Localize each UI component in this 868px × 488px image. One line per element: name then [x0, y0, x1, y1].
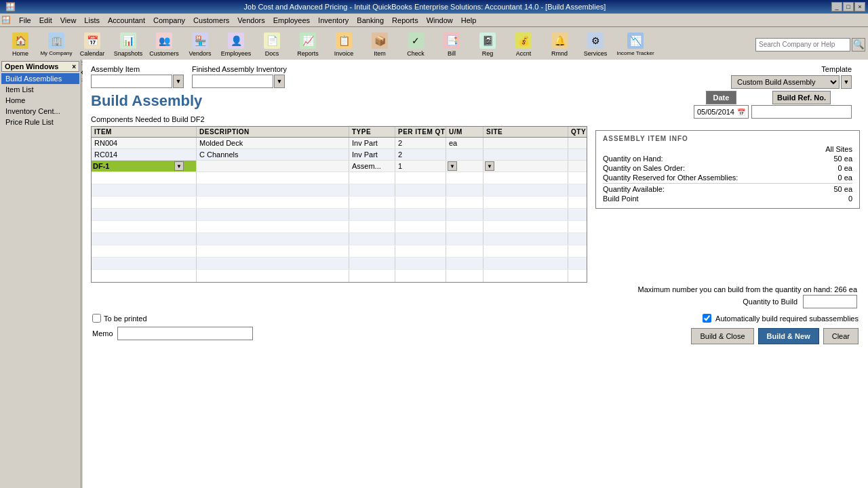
row3-description[interactable] — [197, 161, 349, 171]
empty-row — [92, 197, 587, 209]
maximize-button[interactable]: □ — [843, 2, 854, 12]
empty-row — [92, 245, 587, 258]
auto-build-label: Automatically build required subassembli… — [715, 314, 859, 323]
services-button[interactable]: ⚙ Services — [578, 30, 613, 60]
row1-qty-on-hand: 800 — [568, 138, 587, 148]
assembly-info-title: ASSEMBLY ITEM INFO — [603, 135, 852, 142]
build-ref-input[interactable]: 9006 — [751, 105, 852, 119]
row3-dropdown[interactable]: ▼ — [174, 161, 184, 171]
row1-type: Inv Part — [349, 138, 395, 148]
row3-per-item-qty[interactable]: 1 — [395, 161, 446, 171]
menu-banking[interactable]: Banking — [353, 15, 388, 26]
menu-edit[interactable]: Edit — [35, 15, 56, 26]
menu-inventory[interactable]: Inventory — [314, 15, 353, 26]
row1-description[interactable]: Molded Deck — [197, 138, 349, 148]
components-table: ITEM DESCRIPTION TYPE PER ITEM QTY ✛ U/M… — [91, 126, 587, 283]
empty-row — [92, 209, 587, 221]
assembly-item-input[interactable]: DF2 — [91, 75, 172, 88]
reg-button[interactable]: 📓 Reg — [470, 30, 505, 60]
close-button[interactable]: × — [854, 2, 865, 12]
accnt-button[interactable]: 💰 Accnt — [506, 30, 541, 60]
finished-assembly-input[interactable] — [192, 75, 273, 88]
row3-site-dropdown[interactable]: ▼ — [485, 161, 494, 171]
col-qty-on-hand: QTY ON HAND — [568, 127, 587, 137]
item-button[interactable]: 📦 Item — [362, 30, 397, 60]
sidebar-item-inventory-cent[interactable]: Inventory Cent... — [1, 106, 79, 117]
menu-accountant[interactable]: Accountant — [104, 15, 149, 26]
minimize-button[interactable]: _ — [831, 2, 842, 12]
row3-um-dropdown[interactable]: ▼ — [448, 161, 457, 171]
sidebar-item-item-list[interactable]: Item List — [1, 84, 79, 95]
row1-item[interactable]: RN004 — [92, 138, 197, 148]
empty-row — [92, 172, 587, 184]
bill-button[interactable]: 📑 Bill — [434, 30, 469, 60]
row3-item-input[interactable] — [93, 162, 174, 170]
vendors-button[interactable]: 🏪 Vendors — [182, 30, 218, 60]
income-tracker-button[interactable]: 📉 Income Tracker — [614, 30, 657, 60]
menu-lists[interactable]: Lists — [80, 15, 104, 26]
qty-to-build-input[interactable] — [803, 295, 857, 308]
template-label: Template — [821, 65, 852, 73]
empty-row — [92, 184, 587, 197]
close-panel-button[interactable]: × — [72, 63, 76, 70]
reports-button[interactable]: 📈 Reports — [290, 30, 326, 60]
title-controls: _ □ × — [831, 2, 865, 12]
menu-view[interactable]: View — [56, 15, 81, 26]
date-value[interactable]: 05/05/2014 📅 — [694, 105, 749, 119]
to-be-printed-checkbox[interactable] — [92, 314, 101, 323]
to-be-printed-row: To be printed — [92, 314, 253, 323]
search-input[interactable] — [755, 38, 850, 52]
sidebar-item-build-assemblies[interactable]: Build Assemblies — [1, 73, 79, 84]
row2-site[interactable] — [484, 149, 568, 160]
invoice-button[interactable]: 📋 Invoice — [326, 30, 361, 60]
menu-customers[interactable]: Customers — [189, 15, 233, 26]
row1-site[interactable] — [484, 138, 568, 148]
auto-build-row: Automatically build required subassembli… — [703, 314, 859, 323]
menu-company[interactable]: Company — [149, 15, 189, 26]
employees-button[interactable]: 👤 Employees — [218, 30, 254, 60]
template-dropdown-btn[interactable]: ▼ — [841, 75, 852, 89]
row3-item[interactable]: ▼ — [92, 161, 197, 171]
menu-file[interactable]: File — [15, 15, 35, 26]
rmnd-button[interactable]: 🔔 Rmnd — [542, 30, 577, 60]
row2-item[interactable]: RC014 — [92, 149, 197, 160]
row3-um[interactable]: ▼ — [446, 161, 484, 171]
date-tab-button[interactable]: Date — [706, 91, 737, 104]
build-close-button[interactable]: Build & Close — [691, 328, 753, 344]
memo-input[interactable] — [117, 327, 253, 340]
clear-button[interactable]: Clear — [823, 328, 859, 344]
assembly-item-dropdown[interactable]: ▼ — [173, 75, 184, 88]
snapshots-button[interactable]: 📊 Snapshots — [111, 30, 146, 60]
customers-button[interactable]: 👥 Customers — [146, 30, 182, 60]
calendar-icon[interactable]: 📅 — [737, 108, 745, 116]
home-button[interactable]: 🏠 Home — [3, 30, 38, 60]
menu-help[interactable]: Help — [457, 15, 481, 26]
finished-assembly-dropdown[interactable]: ▼ — [274, 75, 285, 88]
my-company-button[interactable]: 🏢 My Company — [39, 30, 74, 60]
check-button[interactable]: ✓ Check — [398, 30, 433, 60]
build-ref-tab-button[interactable]: Build Ref. No. — [772, 91, 831, 104]
components-label: Components Needed to Build DF2 — [91, 115, 587, 123]
row2-per-item-qty[interactable]: 2 — [395, 149, 446, 160]
assembly-item-label: Assembly Item — [91, 65, 184, 73]
open-windows-header: Open Windows × — [1, 61, 79, 72]
col-per-item-qty: PER ITEM QTY ✛ — [395, 127, 446, 137]
row1-per-item-qty[interactable]: 2 — [395, 138, 446, 148]
calendar-button[interactable]: 📅 Calendar — [75, 30, 110, 60]
auto-build-checkbox[interactable] — [703, 314, 711, 323]
row3-site[interactable]: ▼ — [484, 161, 568, 171]
empty-row — [92, 233, 587, 245]
menu-reports[interactable]: Reports — [388, 15, 422, 26]
search-button[interactable]: 🔍 — [852, 38, 865, 52]
build-new-button[interactable]: Build & New — [758, 328, 819, 344]
max-build-text: Maximum number you can build from the qu… — [638, 285, 857, 293]
sidebar-item-home[interactable]: Home — [1, 95, 79, 106]
sidebar-item-price-rule-list[interactable]: Price Rule List — [1, 117, 79, 127]
template-dropdown[interactable]: Custom Build Assembly — [731, 75, 840, 89]
docs-button[interactable]: 📄 Docs — [254, 30, 290, 60]
menu-vendors[interactable]: Vendors — [233, 15, 269, 26]
menu-window[interactable]: Window — [422, 15, 457, 26]
row2-description[interactable]: C Channels — [197, 149, 349, 160]
empty-row — [92, 270, 587, 282]
menu-employees[interactable]: Employees — [269, 15, 314, 26]
